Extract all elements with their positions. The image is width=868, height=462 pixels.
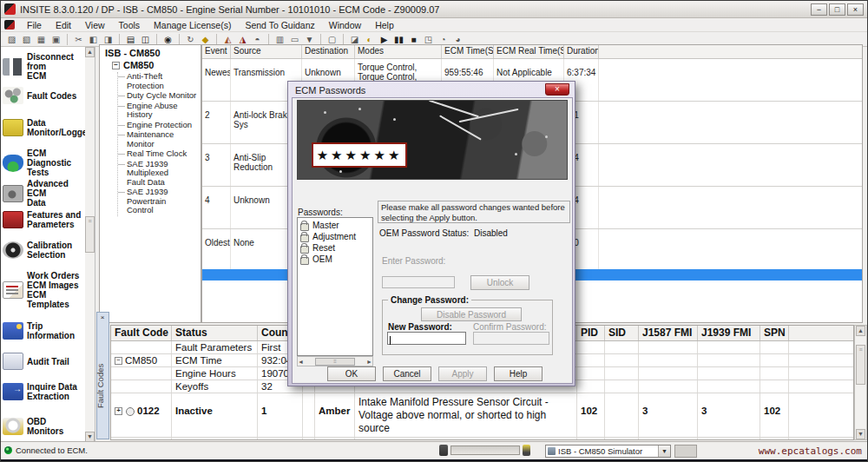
col-sid[interactable]: SID: [605, 326, 639, 340]
sidebar-item-disconnect-from-ecm[interactable]: Disconnect from ECM: [3, 52, 84, 81]
enter-password-input[interactable]: [382, 276, 455, 288]
col-pid[interactable]: PID: [577, 326, 605, 340]
sidebar-item-obd-monitors[interactable]: OBD Monitors: [3, 417, 84, 436]
unlock-button[interactable]: Unlock: [470, 275, 529, 290]
fault-codes-vertical-tab[interactable]: Fault Codes: [95, 338, 109, 433]
enter-password-label: Enter Password:: [382, 256, 445, 266]
tree-item-maintenance-monitor[interactable]: Maintenance Monitor: [118, 130, 201, 149]
sidebar-item-ecm-diagnostic-tests[interactable]: ECM Diagnostic Tests: [3, 148, 84, 177]
col-event[interactable]: Event: [202, 45, 231, 58]
scroll-left-icon[interactable]: ◄: [298, 359, 304, 365]
tree-item-engine-abuse[interactable]: Engine Abuse History: [118, 102, 201, 121]
sidebar-item-inquire-data-extraction[interactable]: Inquire Data Extraction: [3, 382, 84, 401]
sidebar: Disconnect from ECM Fault Codes Data Mon…: [1, 47, 86, 442]
status-blank-button[interactable]: [674, 445, 697, 458]
password-item-oem[interactable]: OEM: [300, 254, 372, 265]
menu-edit[interactable]: Edit: [49, 19, 78, 31]
sidebar-item-trip-information[interactable]: Trip Information: [3, 321, 84, 340]
lock-icon: [300, 234, 309, 242]
passwords-list[interactable]: Master Adjustment Reset OEM: [297, 217, 373, 356]
fault-row-partial[interactable]: Accelerator Pedal or Lever Position Vali…: [111, 438, 853, 440]
menu-view[interactable]: View: [78, 19, 112, 31]
fault-row-0122[interactable]: +0122 Inactive 1 Amber Intake Manifold P…: [111, 393, 853, 438]
scrollbar-thumb[interactable]: ≡: [856, 345, 865, 385]
maximize-button[interactable]: □: [829, 3, 845, 16]
scroll-up-icon[interactable]: ▲: [85, 47, 95, 57]
sidebar-item-data-monitor-logger[interactable]: Data Monitor/Logger: [3, 118, 84, 137]
col-modes[interactable]: Modes: [355, 45, 442, 58]
col-source[interactable]: Source: [231, 45, 302, 58]
toolbar-separator: [67, 34, 68, 45]
image-viewer-icon[interactable]: ▣: [49, 33, 63, 46]
tree-node-cm850[interactable]: − CM850: [112, 60, 201, 70]
menu-window[interactable]: Window: [322, 19, 368, 31]
sidebar-item-calibration-selection[interactable]: Calibration Selection: [3, 241, 84, 260]
disconnect-icon: [3, 58, 23, 76]
insite-menu-icon: [4, 20, 15, 30]
scroll-right-icon[interactable]: ►: [366, 359, 372, 365]
menu-help[interactable]: Help: [368, 19, 401, 31]
tree-item-j1939-multiplexed[interactable]: SAE J1939 Multiplexed Fault Data: [118, 160, 201, 188]
tree-item-anti-theft[interactable]: Anti-Theft Protection: [118, 72, 201, 91]
scroll-down-icon[interactable]: ▼: [856, 429, 865, 439]
tree-item-real-time-clock[interactable]: Real Time Clock: [118, 149, 201, 160]
password-item-reset[interactable]: Reset: [300, 242, 372, 254]
col-spn[interactable]: SPN: [760, 326, 789, 340]
sidebar-item-features-and-parameters[interactable]: Features and Parameters: [3, 210, 84, 229]
toolbar-separator: [179, 34, 180, 45]
menu-file[interactable]: File: [20, 19, 49, 31]
simulator-dropdown[interactable]: ISB - CM850 Simulator ▼: [545, 445, 671, 458]
menu-tools[interactable]: Tools: [112, 19, 148, 31]
sidebar-item-advanced-ecm-data[interactable]: Advanced ECM Data: [3, 179, 84, 208]
scroll-up-icon[interactable]: ▲: [856, 326, 865, 336]
col-ecm-real-time-start[interactable]: ECM Real Time(Start): [494, 45, 564, 58]
scrollbar-thumb[interactable]: ≡: [315, 358, 355, 366]
dialog-close-icon[interactable]: ×: [545, 83, 569, 96]
tree-item-duty-cycle[interactable]: Duty Cycle Monitor: [118, 91, 201, 102]
sidebar-item-audit-trail[interactable]: Audit Trail: [3, 353, 84, 370]
password-item-adjustment[interactable]: Adjustment: [300, 231, 372, 242]
apply-button[interactable]: Apply: [438, 366, 487, 381]
expander-minus-icon[interactable]: −: [112, 62, 120, 69]
sidebar-scrollbar[interactable]: ▲ ≡ ▼: [85, 47, 95, 442]
col-duration[interactable]: Duration: [564, 45, 599, 58]
fault-description: Intake Manifold Pressure Sensor Circuit …: [355, 393, 577, 437]
close-button[interactable]: ×: [847, 3, 864, 16]
pane-close-icon[interactable]: ×: [97, 314, 108, 323]
password-item-master[interactable]: Master: [300, 220, 372, 231]
new-password-input[interactable]: [387, 332, 466, 345]
menu-manage-licenses[interactable]: Manage License(s): [147, 19, 238, 31]
col-status[interactable]: Status: [172, 326, 258, 340]
tree-item-j1939-powertrain[interactable]: SAE J1939 Powertrain Control: [118, 188, 201, 216]
tree-children: Anti-Theft Protection Duty Cycle Monitor…: [117, 72, 201, 216]
sidebar-item-work-orders[interactable]: Work Orders ECM Images ECM Templates: [3, 271, 84, 309]
help-button[interactable]: Help: [494, 366, 542, 381]
col-fault-code[interactable]: Fault Code: [111, 326, 172, 340]
progress-bar: [450, 446, 520, 455]
col-j1587-fmi[interactable]: J1587 FMI: [639, 326, 698, 340]
workspace-open-icon[interactable]: ▨: [4, 33, 19, 46]
confirm-password-input[interactable]: [473, 332, 549, 345]
cancel-button[interactable]: Cancel: [383, 366, 431, 381]
password-mask-display: ★★★★★★: [312, 142, 407, 168]
work-orders-icon: [3, 281, 23, 299]
expander-minus-icon[interactable]: −: [115, 357, 122, 365]
cut-icon[interactable]: ✂: [71, 33, 86, 46]
connection-status-icon: [4, 446, 12, 454]
ok-button[interactable]: OK: [327, 366, 376, 381]
disable-password-button[interactable]: Disable Password: [421, 307, 522, 321]
menu-send-to-guidanz[interactable]: Send To Guidanz: [238, 19, 321, 31]
fault-table-scrollbar[interactable]: ▲ ≡ ▼: [854, 325, 867, 440]
col-ecm-time-start[interactable]: ECM Time(Start): [442, 45, 494, 58]
workspace-save-icon[interactable]: ▧: [19, 33, 34, 46]
col-destination[interactable]: Destination: [302, 45, 355, 58]
expander-plus-icon[interactable]: +: [115, 407, 122, 415]
passwords-list-scrollbar[interactable]: ◄≡►: [297, 356, 373, 366]
scrollbar-thumb[interactable]: ≡: [85, 216, 95, 253]
col-j1939-fmi[interactable]: J1939 FMI: [698, 326, 760, 340]
minimize-button[interactable]: −: [811, 3, 827, 16]
sidebar-item-fault-codes[interactable]: Fault Codes: [3, 87, 84, 104]
chevron-down-icon[interactable]: ▼: [658, 446, 670, 457]
title-bar: INSITE 8.3.0.120 / DP - ISB - CM850 - En…: [1, 1, 868, 18]
workspace-delete-icon[interactable]: ▦: [34, 33, 49, 46]
